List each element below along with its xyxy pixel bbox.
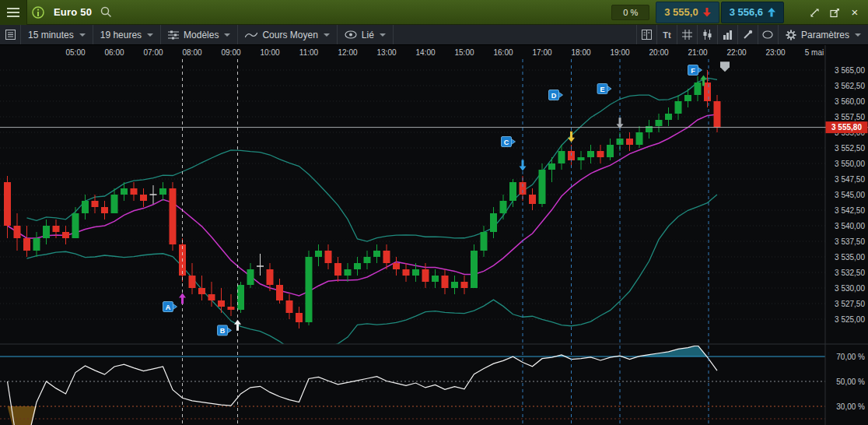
settings-dropdown[interactable]: Paramètres [778,25,868,44]
popout-button[interactable] [824,0,845,25]
candle [675,101,682,114]
chevron-down-icon [147,33,153,37]
columns-button[interactable] [636,25,656,44]
grid-button[interactable] [677,25,697,44]
candle [422,269,429,282]
current-price-label: 3 555,80 [831,123,862,132]
letter-marker-label: A [166,304,171,311]
text-tool-icon: Tt [663,30,670,40]
price-axis-label: 3 552,50 [835,144,865,153]
linked-dropdown[interactable]: Lié [338,25,394,44]
chart-type-button[interactable] [697,25,717,44]
trade-arrow-up[interactable] [234,320,241,331]
letter-marker-B[interactable]: B [218,325,232,335]
price-axis-label: 3 535,00 [835,253,865,262]
candle [170,188,177,244]
chevron-down-icon [380,33,386,37]
rsi-line [8,346,718,425]
letter-marker-F[interactable]: F [688,65,702,76]
price-axis-label: 3 532,50 [835,269,865,277]
chart-toolbar: 15 minutes 19 heures Modèles Cours Moyen… [0,25,868,45]
close-button[interactable]: × [845,0,865,25]
price-axis-label: 3 527,50 [835,300,865,308]
columns-icon [642,30,652,40]
info-icon[interactable] [27,0,49,25]
candle [442,276,449,288]
time-axis-label: 23:00 [765,48,785,57]
indicator-button[interactable] [717,25,737,44]
candle [578,157,585,160]
price-axis-label: 3 530,00 [835,284,865,293]
sell-price-button[interactable]: 3 555,0 [656,2,719,23]
models-dropdown[interactable]: Modèles [161,25,238,44]
time-axis-label: 18:00 [571,48,590,57]
trade-arrow-up[interactable] [179,293,186,304]
sell-arrow-down-icon [703,8,711,17]
chevron-down-icon [224,33,230,37]
drawing-tool-button[interactable] [737,25,758,44]
buy-price-button[interactable]: 3 556,6 [721,2,784,23]
price-axis-label: 3 547,50 [835,175,865,184]
candle [684,95,691,101]
letter-marker-E[interactable]: E [597,84,611,94]
menu-button[interactable] [0,0,27,25]
average-dropdown[interactable]: Cours Moyen [238,25,337,44]
candle [101,207,108,213]
candle [558,151,565,163]
candle [276,285,283,300]
text-tool-button[interactable]: Tt [656,25,677,44]
time-axis-label: 11:00 [299,48,319,57]
candle [412,269,419,276]
letter-marker-D[interactable]: D [549,90,563,100]
candle [345,269,352,276]
candle [189,276,196,288]
buy-price: 3 556,6 [730,6,763,18]
candle [140,195,147,201]
candle [121,188,128,195]
eye-icon [345,30,357,39]
price-axis-label: 3 562,50 [835,82,865,90]
price-axis-label: 3 565,00 [835,66,865,75]
candle [4,182,11,226]
range-dropdown[interactable]: 19 heures [93,25,161,44]
time-axis[interactable]: 05:0006:0007:0008:0009:0010:0011:0012:00… [65,48,824,57]
time-axis-label: 15:00 [454,48,474,57]
rsi-axis-label: 30,00 % [836,402,865,411]
shapes-button[interactable] [758,25,778,44]
trade-arrow-down[interactable] [520,160,527,171]
search-icon[interactable] [95,0,117,25]
hamburger-icon [7,8,19,17]
candle [325,251,332,263]
bollinger-upper-band [27,78,718,241]
rsi-axis-label: 50,00 % [836,378,865,386]
time-axis-label: 5 mai [805,48,824,57]
candle [481,232,488,251]
trade-arrow-down[interactable] [617,118,624,128]
price-axis[interactable]: 3 565,003 562,503 560,003 557,503 555,00… [835,66,865,324]
models-icon [168,30,179,40]
candle [23,238,30,251]
candle [383,251,390,263]
candle [267,269,274,285]
candle [53,226,60,232]
expand-button[interactable] [804,0,824,25]
time-axis-label: 19:00 [610,48,629,57]
candle [461,282,468,288]
candle [500,201,507,213]
price-axis-label: 3 560,00 [835,97,865,106]
candle [208,294,215,300]
candle [665,114,672,120]
time-axis-label: 08:00 [182,48,201,57]
candle [159,188,166,195]
chart-canvas[interactable]: 3 565,003 562,503 560,003 557,503 555,00… [0,45,868,425]
candle [111,195,118,213]
letter-marker-A[interactable]: A [163,302,177,312]
price-axis-label: 3 557,50 [835,113,865,121]
change-percent-badge: 0 % [611,5,649,20]
chart-list-button[interactable] [0,25,21,44]
timeframe-dropdown[interactable]: 15 minutes [21,25,93,44]
candle [587,151,594,157]
candle [306,257,313,322]
letter-marker-C[interactable]: C [502,137,516,147]
candle [43,226,50,238]
